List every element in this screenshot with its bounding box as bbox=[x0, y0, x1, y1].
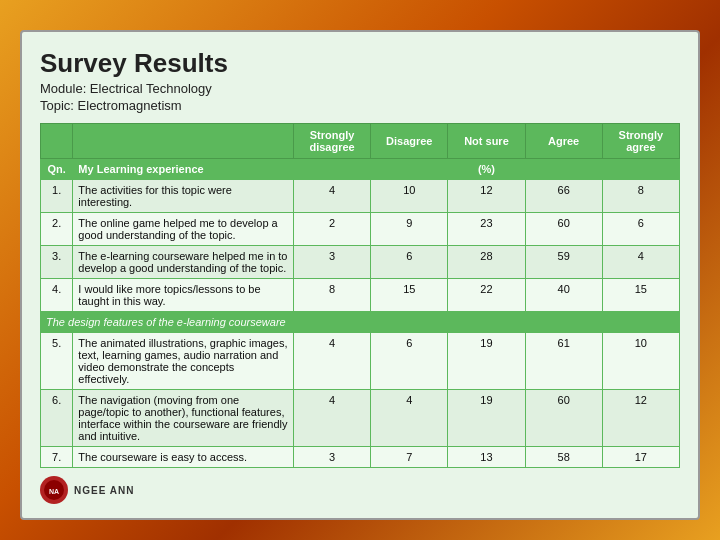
row1-sd: 4 bbox=[293, 180, 370, 213]
row2-num: 2. bbox=[41, 213, 73, 246]
table-row: 3. The e-learning courseware helped me i… bbox=[41, 246, 680, 279]
qn-desc: My Learning experience bbox=[73, 159, 294, 180]
row2-sa: 6 bbox=[602, 213, 679, 246]
row1-num: 1. bbox=[41, 180, 73, 213]
qn-num: Qn. bbox=[41, 159, 73, 180]
ngee-ann-logo: NA bbox=[40, 476, 68, 504]
footer-logo-text: NGEE ANN bbox=[74, 485, 134, 496]
row3-sa: 4 bbox=[602, 246, 679, 279]
svg-text:NA: NA bbox=[49, 488, 59, 495]
header-desc bbox=[73, 124, 294, 159]
row5-sd: 4 bbox=[293, 333, 370, 390]
row1-ns: 12 bbox=[448, 180, 525, 213]
row5-ns: 19 bbox=[448, 333, 525, 390]
row4-num: 4. bbox=[41, 279, 73, 312]
row3-num: 3. bbox=[41, 246, 73, 279]
table-row: 7. The courseware is easy to access. 3 7… bbox=[41, 447, 680, 468]
header-strongly-agree: Strongly agree bbox=[602, 124, 679, 159]
table-row: 1. The activities for this topic were in… bbox=[41, 180, 680, 213]
qn-label-row: Qn. My Learning experience (%) bbox=[41, 159, 680, 180]
row6-sa: 12 bbox=[602, 390, 679, 447]
row2-d: 9 bbox=[371, 213, 448, 246]
row3-sd: 3 bbox=[293, 246, 370, 279]
subtitle-topic: Topic: Electromagnetism bbox=[40, 98, 680, 113]
subtitle-module: Module: Electrical Technology bbox=[40, 81, 680, 96]
footer: NA NGEE ANN bbox=[40, 476, 680, 504]
row1-desc: The activities for this topic were inter… bbox=[73, 180, 294, 213]
table-row: 6. The navigation (moving from one page/… bbox=[41, 390, 680, 447]
row6-ns: 19 bbox=[448, 390, 525, 447]
row3-ns: 28 bbox=[448, 246, 525, 279]
row3-a: 59 bbox=[525, 246, 602, 279]
row2-ns: 23 bbox=[448, 213, 525, 246]
row6-sd: 4 bbox=[293, 390, 370, 447]
row3-d: 6 bbox=[371, 246, 448, 279]
row4-d: 15 bbox=[371, 279, 448, 312]
row4-desc: I would like more topics/lessons to be t… bbox=[73, 279, 294, 312]
survey-table: Strongly disagree Disagree Not sure Agre… bbox=[40, 123, 680, 468]
row7-sa: 17 bbox=[602, 447, 679, 468]
header-disagree: Disagree bbox=[371, 124, 448, 159]
header-strongly-disagree: Strongly disagree bbox=[293, 124, 370, 159]
table-row: 2. The online game helped me to develop … bbox=[41, 213, 680, 246]
row1-a: 66 bbox=[525, 180, 602, 213]
header-agree: Agree bbox=[525, 124, 602, 159]
row5-desc: The animated illustrations, graphic imag… bbox=[73, 333, 294, 390]
section2-header-row: The design features of the e-learning co… bbox=[41, 312, 680, 333]
row7-desc: The courseware is easy to access. bbox=[73, 447, 294, 468]
row7-d: 7 bbox=[371, 447, 448, 468]
row3-desc: The e-learning courseware helped me in t… bbox=[73, 246, 294, 279]
page-title: Survey Results bbox=[40, 48, 680, 79]
row4-a: 40 bbox=[525, 279, 602, 312]
row1-d: 10 bbox=[371, 180, 448, 213]
qn-pct: (%) bbox=[293, 159, 679, 180]
row2-a: 60 bbox=[525, 213, 602, 246]
row5-num: 5. bbox=[41, 333, 73, 390]
row7-a: 58 bbox=[525, 447, 602, 468]
row1-sa: 8 bbox=[602, 180, 679, 213]
row2-sd: 2 bbox=[293, 213, 370, 246]
row6-desc: The navigation (moving from one page/top… bbox=[73, 390, 294, 447]
row6-d: 4 bbox=[371, 390, 448, 447]
row6-a: 60 bbox=[525, 390, 602, 447]
table-row: 5. The animated illustrations, graphic i… bbox=[41, 333, 680, 390]
row7-ns: 13 bbox=[448, 447, 525, 468]
header-not-sure: Not sure bbox=[448, 124, 525, 159]
header-num bbox=[41, 124, 73, 159]
row5-sa: 10 bbox=[602, 333, 679, 390]
row4-sa: 15 bbox=[602, 279, 679, 312]
row7-num: 7. bbox=[41, 447, 73, 468]
survey-card: Survey Results Module: Electrical Techno… bbox=[20, 30, 700, 520]
row6-num: 6. bbox=[41, 390, 73, 447]
row5-d: 6 bbox=[371, 333, 448, 390]
row4-sd: 8 bbox=[293, 279, 370, 312]
row7-sd: 3 bbox=[293, 447, 370, 468]
table-header-row: Strongly disagree Disagree Not sure Agre… bbox=[41, 124, 680, 159]
row5-a: 61 bbox=[525, 333, 602, 390]
section2-header-label: The design features of the e-learning co… bbox=[41, 312, 680, 333]
row4-ns: 22 bbox=[448, 279, 525, 312]
logo-icon: NA bbox=[43, 479, 65, 501]
table-row: 4. I would like more topics/lessons to b… bbox=[41, 279, 680, 312]
row2-desc: The online game helped me to develop a g… bbox=[73, 213, 294, 246]
